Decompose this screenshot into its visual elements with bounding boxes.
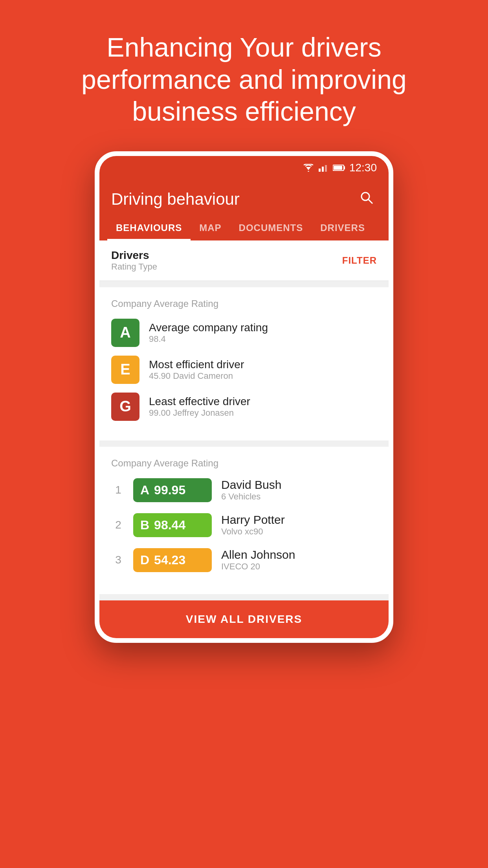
- svg-point-7: [361, 193, 369, 200]
- driver-row-2[interactable]: 2 B 98.44 Harry Potter Volvo xc90: [111, 513, 377, 537]
- hero-text: Enhancing Your drivers performance and i…: [0, 0, 488, 151]
- search-icon: [360, 191, 374, 205]
- rating-avg-subtitle: 98.4: [149, 334, 268, 344]
- driver-score-3: 54.23: [154, 553, 185, 567]
- rating-info-efficient: Most efficient driver 45.90 David Camero…: [149, 358, 244, 381]
- company-summary-title: Company Average Rating: [111, 298, 377, 309]
- search-button[interactable]: [356, 187, 377, 211]
- driver-score-2: 98.44: [154, 518, 185, 532]
- driver-letter-1: A: [140, 483, 149, 497]
- status-icons: 12:30: [303, 161, 377, 174]
- company-summary-card: Company Average Rating A Average company…: [99, 287, 389, 440]
- phone-frame-wrapper: 12:30 Driving behaviour BEHAVIOURS MAP D…: [0, 151, 488, 643]
- svg-rect-5: [344, 166, 345, 169]
- svg-rect-6: [334, 166, 342, 170]
- status-time: 12:30: [349, 161, 377, 174]
- rating-row-efficient: E Most efficient driver 45.90 David Came…: [111, 356, 377, 384]
- rank-1: 1: [111, 484, 125, 496]
- tabs-bar: BEHAVIOURS MAP DOCUMENTS DRIVERS: [99, 215, 389, 240]
- wifi-icon: [303, 164, 314, 172]
- driver-sub-1: 6 Vehicles: [221, 492, 281, 502]
- driver-letter-3: D: [140, 553, 149, 567]
- driver-name-3: Allen Johnson: [221, 548, 295, 562]
- content-area: Drivers Rating Type FILTER Company Avera…: [99, 240, 389, 638]
- filter-header: Drivers Rating Type FILTER: [99, 240, 389, 281]
- driver-badge-1: A 99.95: [133, 478, 212, 502]
- rank-2: 2: [111, 519, 125, 531]
- filter-button[interactable]: FILTER: [342, 255, 377, 266]
- svg-marker-0: [306, 167, 311, 170]
- battery-icon: [333, 164, 345, 171]
- rating-least-subtitle: 99.00 Jeffrey Jonasen: [149, 408, 250, 418]
- driver-list-card: Company Average Rating 1 A 99.95 David B…: [99, 447, 389, 594]
- filter-sub-label: Rating Type: [111, 262, 157, 272]
- rank-3: 3: [111, 554, 125, 566]
- rating-row-least: G Least effective driver 99.00 Jeffrey J…: [111, 393, 377, 421]
- svg-rect-3: [325, 165, 327, 172]
- tab-drivers[interactable]: DRIVERS: [312, 215, 374, 240]
- driver-score-1: 99.95: [154, 483, 185, 497]
- driver-badge-3: D 54.23: [133, 548, 212, 572]
- driver-row-3[interactable]: 3 D 54.23 Allen Johnson IVECO 20: [111, 548, 377, 572]
- svg-rect-1: [319, 169, 321, 172]
- svg-line-8: [369, 200, 372, 204]
- rating-info-least: Least effective driver 99.00 Jeffrey Jon…: [149, 395, 250, 418]
- driver-info-3: Allen Johnson IVECO 20: [221, 548, 295, 572]
- driver-letter-2: B: [140, 518, 149, 532]
- rating-avg-title: Average company rating: [149, 321, 268, 334]
- signal-icon: [318, 164, 329, 172]
- driver-info-1: David Bush 6 Vehicles: [221, 478, 281, 502]
- rating-least-title: Least effective driver: [149, 395, 250, 408]
- phone-frame: 12:30 Driving behaviour BEHAVIOURS MAP D…: [95, 151, 393, 643]
- driver-info-2: Harry Potter Volvo xc90: [221, 513, 285, 537]
- driver-name-1: David Bush: [221, 478, 281, 492]
- svg-rect-2: [322, 167, 324, 172]
- status-bar: 12:30: [99, 156, 389, 180]
- app-title: Driving behaviour: [111, 190, 240, 209]
- rating-info-avg: Average company rating 98.4: [149, 321, 268, 344]
- driver-name-2: Harry Potter: [221, 513, 285, 527]
- driver-list-title: Company Average Rating: [111, 458, 377, 469]
- rating-row-avg: A Average company rating 98.4: [111, 319, 377, 347]
- tab-behaviours[interactable]: BEHAVIOURS: [107, 215, 191, 240]
- driver-sub-3: IVECO 20: [221, 562, 295, 572]
- driver-sub-2: Volvo xc90: [221, 527, 285, 537]
- rating-badge-e: E: [111, 356, 139, 384]
- tab-map[interactable]: MAP: [191, 215, 230, 240]
- rating-efficient-subtitle: 45.90 David Cameron: [149, 371, 244, 381]
- rating-badge-g: G: [111, 393, 139, 421]
- filter-main-label: Drivers: [111, 249, 157, 262]
- tab-documents[interactable]: DOCUMENTS: [230, 215, 312, 240]
- view-all-button[interactable]: VIEW ALL DRIVERS: [99, 600, 389, 638]
- app-bar: Driving behaviour: [99, 180, 389, 215]
- filter-label-group: Drivers Rating Type: [111, 249, 157, 272]
- rating-efficient-title: Most efficient driver: [149, 358, 244, 371]
- rating-badge-a: A: [111, 319, 139, 347]
- driver-row-1[interactable]: 1 A 99.95 David Bush 6 Vehicles: [111, 478, 377, 502]
- driver-badge-2: B 98.44: [133, 513, 212, 537]
